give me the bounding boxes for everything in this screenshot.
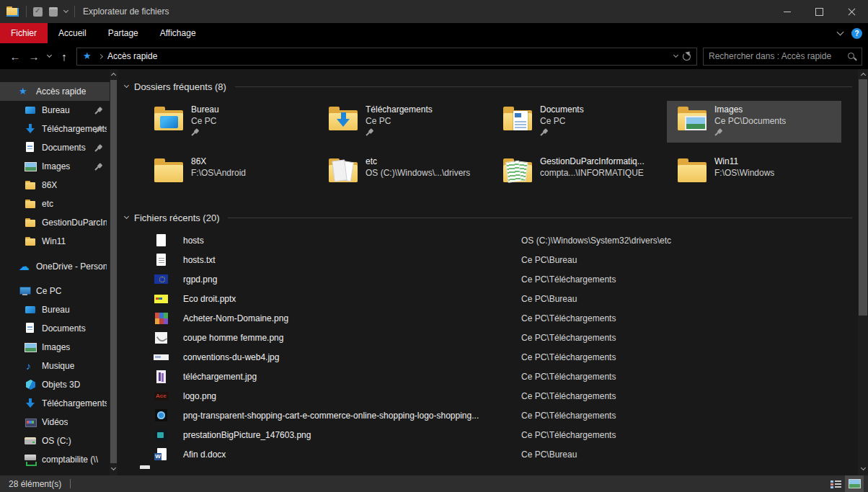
sidebar-items: Accès rapideBureauTéléchargementsDocumen… — [0, 82, 110, 469]
content-scrollbar-thumb[interactable] — [859, 79, 867, 316]
minimize-button[interactable] — [771, 0, 803, 23]
folder-tile-path: F:\OS\Windows — [714, 168, 774, 178]
tab-fichier[interactable]: Fichier — [0, 23, 48, 43]
details-view-button[interactable] — [826, 475, 845, 492]
quick-access-toolbar-chevron-down-icon[interactable] — [63, 8, 68, 13]
recent-locations-chevron-icon[interactable] — [43, 47, 55, 66]
address-dropdown-chevron-icon[interactable] — [673, 53, 678, 58]
file-name: hosts.txt — [183, 255, 216, 265]
file-name: png-transparent-shopping-cart-e-commerce… — [183, 411, 479, 421]
file-row-logo-png[interactable]: logo.pngCe PC\Téléchargements — [135, 386, 868, 406]
expand-ribbon-chevron-icon[interactable] — [837, 29, 844, 36]
titlebar-separator — [26, 6, 27, 17]
file-row-acheter-nom-domaine-png[interactable]: Acheter-Nom-Domaine.pngCe PC\Téléchargem… — [135, 308, 868, 328]
address-bar[interactable]: Accès rapide — [76, 48, 697, 66]
sidebar-item-telechargements[interactable]: Téléchargements — [0, 394, 110, 413]
sidebar-item-musique[interactable]: Musique — [0, 357, 110, 375]
help-icon[interactable]: ? — [851, 28, 862, 39]
maximize-button[interactable] — [803, 0, 836, 23]
sidebar-item-ce-pc[interactable]: Ce PC — [0, 282, 110, 300]
file-path: Ce PC\Téléchargements — [521, 352, 616, 362]
recent-files-header[interactable]: Fichiers récents (20) — [125, 210, 852, 225]
breadcrumb-chevron-icon[interactable] — [98, 53, 103, 58]
scroll-up-arrow-icon[interactable] — [858, 69, 868, 79]
thumbnails-view-icon — [849, 479, 861, 488]
collapse-chevron-icon[interactable] — [124, 214, 129, 219]
breadcrumb[interactable]: Accès rapide — [107, 51, 157, 61]
collapse-chevron-icon[interactable] — [124, 83, 129, 88]
sidebar-item-images-pinned[interactable]: Images — [0, 157, 110, 176]
search-icon[interactable] — [847, 52, 856, 61]
sidebar-item-quick-access[interactable]: Accès rapide — [0, 82, 110, 101]
quick-access-toolbar-newfolder-icon[interactable] — [49, 7, 58, 17]
sidebar-item-bureau[interactable]: Bureau — [0, 300, 110, 319]
file-path: Ce PC\Bureau — [521, 449, 577, 460]
folder-tile-bureau[interactable]: BureauCe PC — [143, 101, 318, 143]
folder-tile-documents[interactable]: DocumentsCe PC — [492, 101, 667, 143]
forward-button[interactable]: → — [25, 47, 43, 66]
sidebar-item-telechargements-pinned[interactable]: Téléchargements — [0, 120, 110, 138]
search-input[interactable] — [709, 51, 847, 61]
folder-tile-gestionduparcinformatiq[interactable]: GestionDuParcInformatiq...compta...\INFO… — [492, 153, 667, 194]
file-row-rgpd-png[interactable]: rgpd.pngCe PC\Téléchargements — [135, 269, 868, 289]
file-row-prestationbigpicture-147603-png[interactable]: prestationBigPicture_147603.pngCe PC\Tél… — [135, 425, 868, 444]
back-button[interactable]: ← — [6, 47, 25, 66]
frequent-folders-header[interactable]: Dossiers fréquents (8) — [125, 79, 852, 94]
content-scrollbar[interactable] — [858, 69, 868, 475]
file-row-hosts[interactable]: hostsOS (C:)\Windows\System32\drivers\et… — [135, 231, 868, 250]
scroll-up-arrow-icon[interactable] — [110, 69, 118, 79]
folder-tile-etc[interactable]: etcOS (C:)\Windows\...\drivers — [318, 153, 492, 194]
folder-tile-t-l-chargements[interactable]: TéléchargementsCe PC — [318, 101, 492, 143]
tab-affichage[interactable]: Affichage — [149, 23, 207, 43]
sidebar-item-label: Objets 3D — [42, 380, 80, 390]
file-row-hosts-txt[interactable]: hosts.txtCe PC\Bureau — [135, 250, 868, 269]
sidebar-item-images[interactable]: Images — [0, 338, 110, 357]
up-button[interactable]: ↑ — [55, 47, 74, 66]
file-ace-icon — [154, 389, 169, 403]
folder-tile-path: OS (C:)\Windows\...\drivers — [366, 168, 470, 178]
file-row-eco-droit-pptx[interactable]: Eco droit.pptxCe PC\Bureau — [135, 289, 868, 308]
sidebar-item-gestionduparc[interactable]: GestionDuParcIn — [0, 213, 110, 232]
thumbnails-view-button[interactable] — [845, 475, 864, 492]
file-row-t-l-chargement-jpg[interactable]: téléchargement.jpgCe PC\Téléchargements — [135, 367, 868, 386]
folder-tile-images[interactable]: ImagesCe PC\Documents — [667, 101, 841, 143]
sidebar-scrollbar[interactable] — [110, 69, 118, 475]
file-row-afin-d-docx[interactable]: Afin d.docxCe PC\Bureau — [135, 444, 868, 464]
refresh-icon[interactable] — [683, 53, 691, 61]
sidebar-item-label: Vidéos — [42, 417, 68, 427]
sidebar-item-documents-pinned[interactable]: Documents — [0, 138, 110, 157]
folder-icon — [25, 236, 37, 247]
sidebar-item-documents[interactable]: Documents — [0, 319, 110, 338]
file-row-conventions-du-web4-jpg[interactable]: conventions-du-web4.jpgCe PC\Téléchargem… — [135, 347, 868, 367]
pc-icon — [19, 285, 31, 297]
folder-files-icon — [327, 155, 359, 185]
sidebar-item-bureau-pinned[interactable]: Bureau — [0, 101, 110, 120]
tab-partage[interactable]: Partage — [97, 23, 149, 43]
folder-tile-86x[interactable]: 86XF:\OS\Android — [143, 153, 318, 194]
quick-access-toolbar-properties-icon[interactable] — [33, 7, 43, 17]
scroll-down-arrow-icon[interactable] — [858, 464, 868, 474]
sidebar-item-etc[interactable]: etc — [0, 194, 110, 213]
sidebar-item-onedrive[interactable]: OneDrive - Person — [0, 257, 110, 276]
file-bp-icon — [154, 428, 169, 442]
folder-plain-icon — [676, 155, 708, 185]
file-row-png-transparent-shopping-cart-e-commerce[interactable]: png-transparent-shopping-cart-e-commerce… — [135, 406, 868, 425]
file-name: rgpd.png — [183, 274, 217, 285]
sidebar-item-86x[interactable]: 86X — [0, 176, 110, 194]
sidebar-item-comptabilite[interactable]: comptabilite (\\ — [0, 450, 110, 469]
sidebar-item-win11[interactable]: Win11 — [0, 232, 110, 251]
folder-tile-text: ImagesCe PC\Documents — [714, 103, 786, 140]
sidebar-item-os-c[interactable]: OS (C:) — [0, 431, 110, 450]
file-ppt-icon — [154, 292, 169, 306]
sidebar-item-objets-3d[interactable]: Objets 3D — [0, 375, 110, 394]
close-button[interactable] — [836, 0, 868, 23]
explorer-app-icon — [6, 6, 19, 17]
scroll-down-arrow-icon[interactable] — [110, 464, 118, 474]
folder-tile-win11[interactable]: Win11F:\OS\Windows — [667, 153, 841, 194]
tab-accueil[interactable]: Accueil — [48, 23, 97, 43]
sidebar-scrollbar-thumb[interactable] — [110, 80, 117, 463]
folder-tile-path: Ce PC — [366, 116, 391, 126]
sidebar-item-videos[interactable]: Vidéos — [0, 413, 110, 431]
file-row-coupe-homme-femme-png[interactable]: coupe homme femme.pngCe PC\Téléchargemen… — [135, 328, 868, 347]
search-box[interactable] — [703, 48, 862, 66]
